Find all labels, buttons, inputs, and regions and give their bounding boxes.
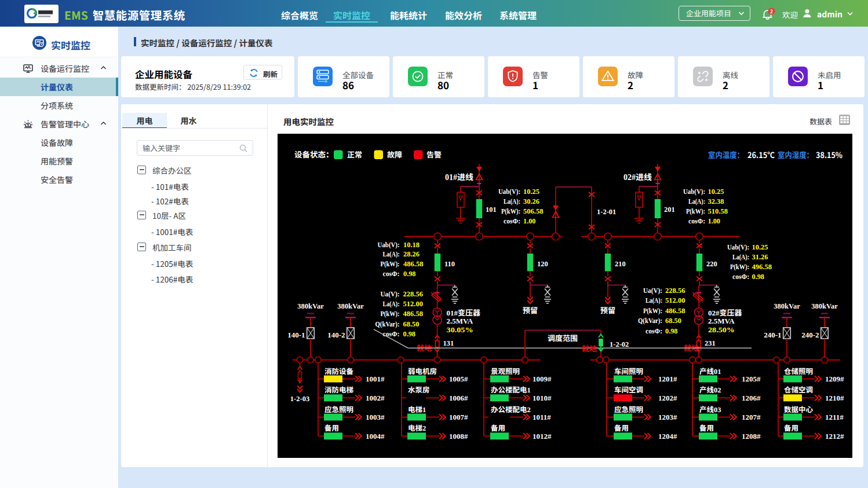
svg-text:10.18: 10.18	[403, 240, 420, 249]
svg-text:La(A):: La(A):	[645, 296, 662, 304]
svg-text:1201#: 1201#	[658, 375, 677, 383]
svg-text:68.50: 68.50	[665, 316, 681, 325]
svg-text:预留: 预留	[600, 306, 615, 315]
svg-text:1003#: 1003#	[366, 413, 385, 421]
svg-text:P(kW):: P(kW):	[730, 262, 749, 271]
svg-text:Uab(V):: Uab(V):	[378, 240, 400, 249]
svg-text:1207#: 1207#	[742, 413, 761, 421]
svg-text:消防电梯: 消防电梯	[324, 386, 353, 394]
svg-text:1005#: 1005#	[449, 375, 468, 383]
svg-text:办公楼配电1: 办公楼配电1	[491, 386, 531, 394]
svg-text:P(kW):: P(kW):	[686, 207, 705, 215]
svg-text:380kVar: 380kVar	[297, 302, 324, 310]
svg-text:cosΦ:: cosΦ:	[732, 272, 749, 281]
svg-text:产线03: 产线03	[699, 406, 721, 414]
svg-text:0.98: 0.98	[665, 326, 678, 335]
svg-text:486.58: 486.58	[665, 306, 685, 315]
svg-text:110: 110	[444, 260, 455, 268]
svg-text:120: 120	[537, 260, 548, 268]
svg-text:228.56: 228.56	[665, 286, 685, 295]
svg-text:La(A):: La(A):	[383, 249, 400, 258]
svg-text:办公楼配电2: 办公楼配电2	[491, 406, 531, 414]
svg-text:1009#: 1009#	[533, 375, 552, 383]
svg-text:产线02: 产线02	[699, 386, 721, 394]
svg-text:1002#: 1002#	[366, 394, 385, 402]
svg-text:31.26: 31.26	[752, 252, 768, 261]
svg-text:1-2-02: 1-2-02	[610, 340, 629, 348]
svg-text:电梯1: 电梯1	[408, 406, 426, 414]
svg-text:486.58: 486.58	[403, 309, 424, 318]
svg-text:30.05%: 30.05%	[447, 325, 473, 334]
svg-text:仓储照明: 仓储照明	[784, 368, 813, 376]
svg-text:备用: 备用	[784, 424, 798, 432]
svg-text:201: 201	[664, 206, 675, 214]
svg-text:1204#: 1204#	[658, 432, 677, 441]
svg-text:cosΦ:: cosΦ:	[383, 269, 400, 278]
svg-text:380kVar: 380kVar	[337, 302, 364, 310]
svg-text:车间照明: 车间照明	[614, 368, 643, 376]
svg-text:Ua(V):: Ua(V):	[643, 286, 662, 295]
svg-text:512.00: 512.00	[665, 296, 685, 304]
svg-text:P(kW):: P(kW):	[381, 309, 400, 318]
svg-text:26.15℃: 26.15℃	[747, 149, 775, 160]
svg-text:380kVar: 380kVar	[774, 302, 800, 310]
svg-text:1.00: 1.00	[523, 217, 536, 225]
svg-text:Ua(V):: Ua(V):	[381, 289, 400, 298]
svg-text:设备状态：: 设备状态：	[294, 148, 334, 160]
svg-text:1208#: 1208#	[742, 432, 761, 441]
svg-text:01#进线: 01#进线	[445, 173, 473, 182]
svg-text:cosΦ:: cosΦ:	[383, 329, 400, 338]
svg-text:cosΦ:: cosΦ:	[504, 217, 520, 225]
svg-text:Uab(V):: Uab(V):	[683, 187, 705, 196]
svg-text:510.58: 510.58	[708, 207, 728, 215]
svg-text:告警: 告警	[426, 149, 442, 160]
svg-text:La(A):: La(A):	[732, 252, 749, 261]
svg-text:备用: 备用	[614, 424, 629, 432]
svg-text:应急照明: 应急照明	[614, 406, 643, 414]
svg-text:0.98: 0.98	[403, 269, 416, 278]
svg-text:应急照明: 应急照明	[324, 406, 353, 414]
svg-text:P(kW):: P(kW):	[643, 306, 662, 315]
svg-text:仓储空调: 仓储空调	[784, 386, 813, 394]
svg-text:486.58: 486.58	[403, 259, 424, 268]
svg-text:210: 210	[615, 260, 626, 268]
svg-text:1203#: 1203#	[658, 413, 677, 421]
svg-text:室内温度：: 室内温度：	[708, 149, 744, 160]
svg-text:Q(kVar):: Q(kVar):	[375, 320, 400, 328]
svg-text:1004#: 1004#	[366, 432, 385, 441]
svg-text:调度范围: 调度范围	[548, 334, 578, 343]
svg-text:506.58: 506.58	[523, 207, 544, 215]
svg-text:P(kW):: P(kW):	[381, 259, 400, 268]
svg-text:32.38: 32.38	[708, 197, 724, 206]
svg-text:备用: 备用	[491, 424, 505, 432]
svg-text:38.15%: 38.15%	[816, 149, 843, 160]
svg-text:140-1: 140-1	[287, 331, 305, 339]
svg-text:240-2: 240-2	[801, 331, 819, 339]
svg-text:消防设备: 消防设备	[324, 368, 354, 376]
svg-text:1-2-01: 1-2-01	[597, 208, 616, 216]
svg-text:28.50%: 28.50%	[708, 325, 735, 334]
svg-text:101: 101	[486, 206, 497, 214]
svg-text:cosΦ:: cosΦ:	[645, 326, 662, 335]
svg-text:P(kW):: P(kW):	[501, 207, 520, 215]
svg-text:1211#: 1211#	[825, 413, 844, 421]
svg-text:正常: 正常	[347, 149, 362, 160]
svg-text:131: 131	[443, 339, 454, 347]
svg-text:1209#: 1209#	[825, 375, 844, 383]
svg-text:1210#: 1210#	[825, 394, 844, 402]
svg-text:Uab(V):: Uab(V):	[498, 187, 520, 196]
svg-text:68.50: 68.50	[403, 320, 420, 328]
svg-text:1006#: 1006#	[449, 394, 468, 402]
svg-text:1001#: 1001#	[366, 375, 385, 383]
svg-text:28.26: 28.26	[403, 249, 420, 258]
svg-text:0.98: 0.98	[403, 329, 416, 338]
svg-text:2.5MVA: 2.5MVA	[708, 317, 735, 325]
svg-text:1010#: 1010#	[533, 394, 552, 402]
svg-text:228.56: 228.56	[403, 289, 424, 298]
svg-text:02#进线: 02#进线	[623, 173, 652, 182]
svg-text:Uab(V):: Uab(V):	[727, 243, 749, 251]
svg-text:10.25: 10.25	[523, 187, 539, 196]
svg-text:0.98: 0.98	[752, 272, 765, 281]
svg-text:1206#: 1206#	[742, 394, 761, 402]
svg-text:2.5MVA: 2.5MVA	[447, 317, 473, 325]
